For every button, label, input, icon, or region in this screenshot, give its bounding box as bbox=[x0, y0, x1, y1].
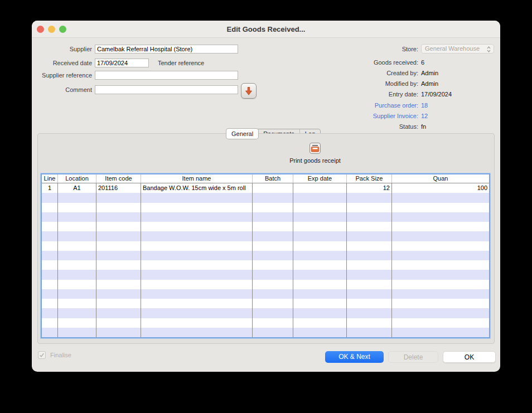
cell-quan[interactable]: 100 bbox=[392, 183, 489, 193]
cell-item-name[interactable] bbox=[141, 251, 253, 260]
table-empty-row[interactable] bbox=[42, 318, 489, 328]
cell-pack-size[interactable] bbox=[347, 241, 392, 251]
cell-pack-size[interactable] bbox=[347, 280, 392, 289]
cell-item-code[interactable] bbox=[96, 299, 141, 308]
table-empty-row[interactable] bbox=[42, 241, 489, 251]
cell-batch[interactable] bbox=[253, 337, 293, 338]
cell-quan[interactable] bbox=[392, 337, 489, 338]
cell-line[interactable] bbox=[42, 241, 58, 251]
table-empty-row[interactable] bbox=[42, 308, 489, 318]
cell-pack-size[interactable]: 12 bbox=[347, 183, 392, 193]
cell-pack-size[interactable] bbox=[347, 231, 392, 241]
cell-location[interactable] bbox=[58, 212, 96, 222]
table-empty-row[interactable] bbox=[42, 222, 489, 231]
column-header-pack-size[interactable]: Pack Size bbox=[347, 174, 392, 183]
cell-line[interactable] bbox=[42, 328, 58, 337]
cell-quan[interactable] bbox=[392, 299, 489, 308]
cell-batch[interactable] bbox=[253, 299, 293, 308]
cell-location[interactable] bbox=[58, 337, 96, 338]
cell-quan[interactable] bbox=[392, 270, 489, 279]
cell-batch[interactable] bbox=[253, 183, 293, 193]
table-empty-row[interactable] bbox=[42, 337, 489, 338]
cell-line[interactable] bbox=[42, 308, 58, 318]
cell-line[interactable] bbox=[42, 212, 58, 222]
cell-item-code[interactable] bbox=[96, 212, 141, 222]
goods-received-lines-table[interactable]: LineLocationItem codeItem nameBatchExp d… bbox=[41, 173, 490, 338]
cell-exp-date[interactable] bbox=[293, 203, 347, 212]
print-goods-receipt-button[interactable] bbox=[309, 143, 321, 154]
table-empty-row[interactable] bbox=[42, 328, 489, 337]
cell-location[interactable] bbox=[58, 289, 96, 299]
cell-batch[interactable] bbox=[253, 251, 293, 260]
titlebar[interactable]: Edit Goods Received... bbox=[32, 21, 500, 38]
cell-pack-size[interactable] bbox=[347, 193, 392, 202]
supplier-reference-input[interactable] bbox=[95, 71, 238, 80]
cell-quan[interactable] bbox=[392, 251, 489, 260]
cell-item-code[interactable] bbox=[96, 337, 141, 338]
supplier-invoice-link[interactable]: Supplier Invoice: bbox=[333, 113, 418, 119]
finalise-checkbox-group[interactable]: Finalise bbox=[38, 351, 71, 359]
cell-pack-size[interactable] bbox=[347, 299, 392, 308]
cell-item-code[interactable] bbox=[96, 193, 141, 202]
cell-batch[interactable] bbox=[253, 260, 293, 270]
cell-quan[interactable] bbox=[392, 260, 489, 270]
cell-item-name[interactable]: Bandage W.O.W. 15cm wide x 5m roll bbox=[141, 183, 253, 193]
cell-item-name[interactable] bbox=[141, 318, 253, 328]
supplier-input[interactable] bbox=[95, 45, 238, 54]
cell-line[interactable] bbox=[42, 251, 58, 260]
comment-input[interactable] bbox=[95, 85, 238, 94]
table-empty-row[interactable] bbox=[42, 280, 489, 289]
cell-exp-date[interactable] bbox=[293, 222, 347, 231]
table-empty-row[interactable] bbox=[42, 231, 489, 241]
cell-batch[interactable] bbox=[253, 241, 293, 251]
cell-quan[interactable] bbox=[392, 241, 489, 251]
cell-exp-date[interactable] bbox=[293, 212, 347, 222]
cell-item-name[interactable] bbox=[141, 289, 253, 299]
cell-exp-date[interactable] bbox=[293, 318, 347, 328]
cell-item-code[interactable] bbox=[96, 203, 141, 212]
cell-location[interactable] bbox=[58, 270, 96, 279]
cell-location[interactable] bbox=[58, 241, 96, 251]
cell-item-name[interactable] bbox=[141, 308, 253, 318]
cell-location[interactable] bbox=[58, 231, 96, 241]
cell-quan[interactable] bbox=[392, 231, 489, 241]
cell-exp-date[interactable] bbox=[293, 260, 347, 270]
column-header-item-name[interactable]: Item name bbox=[141, 174, 253, 183]
cell-line[interactable] bbox=[42, 203, 58, 212]
cell-line[interactable] bbox=[42, 289, 58, 299]
cell-exp-date[interactable] bbox=[293, 308, 347, 318]
cell-location[interactable] bbox=[58, 203, 96, 212]
cell-pack-size[interactable] bbox=[347, 222, 392, 231]
cell-batch[interactable] bbox=[253, 308, 293, 318]
cell-item-name[interactable] bbox=[141, 270, 253, 279]
column-header-exp-date[interactable]: Exp date bbox=[293, 174, 347, 183]
cell-line[interactable] bbox=[42, 318, 58, 328]
cell-item-name[interactable] bbox=[141, 222, 253, 231]
cell-exp-date[interactable] bbox=[293, 193, 347, 202]
cell-item-code[interactable] bbox=[96, 318, 141, 328]
cell-item-name[interactable] bbox=[141, 337, 253, 338]
link-value[interactable]: 18 bbox=[421, 102, 428, 109]
cell-exp-date[interactable] bbox=[293, 299, 347, 308]
column-header-batch[interactable]: Batch bbox=[253, 174, 293, 183]
cell-quan[interactable] bbox=[392, 308, 489, 318]
cell-exp-date[interactable] bbox=[293, 183, 347, 193]
cell-item-code[interactable] bbox=[96, 251, 141, 260]
table-empty-row[interactable] bbox=[42, 289, 489, 299]
cell-quan[interactable] bbox=[392, 222, 489, 231]
cell-exp-date[interactable] bbox=[293, 289, 347, 299]
cell-item-code[interactable] bbox=[96, 270, 141, 279]
table-empty-row[interactable] bbox=[42, 270, 489, 279]
cell-line[interactable] bbox=[42, 193, 58, 202]
cell-batch[interactable] bbox=[253, 280, 293, 289]
cell-line[interactable] bbox=[42, 337, 58, 338]
cell-pack-size[interactable] bbox=[347, 308, 392, 318]
cell-item-code[interactable] bbox=[96, 260, 141, 270]
cell-item-name[interactable] bbox=[141, 299, 253, 308]
cell-location[interactable] bbox=[58, 251, 96, 260]
cell-exp-date[interactable] bbox=[293, 251, 347, 260]
cell-item-code[interactable] bbox=[96, 280, 141, 289]
cell-line[interactable]: 1 bbox=[42, 183, 58, 193]
cell-pack-size[interactable] bbox=[347, 203, 392, 212]
table-empty-row[interactable] bbox=[42, 299, 489, 308]
